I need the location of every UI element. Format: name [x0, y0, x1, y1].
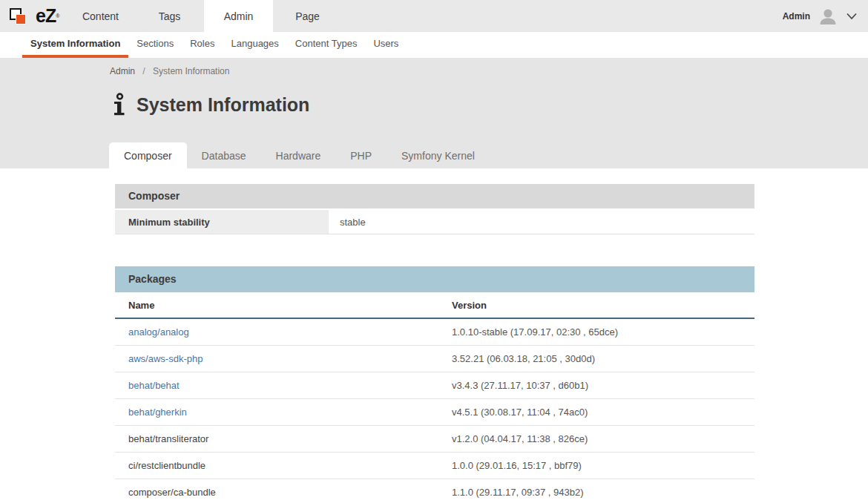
package-name-link[interactable]: analog/analog	[115, 326, 452, 338]
subnav-item-roles[interactable]: Roles	[182, 32, 223, 58]
tab-symfony-kernel[interactable]: Symfony Kernel	[387, 142, 490, 168]
subnav-item-system-information[interactable]: System Information	[22, 32, 128, 58]
main-tab-content[interactable]: Content	[66, 0, 135, 32]
package-name-link[interactable]: behat/behat	[115, 380, 452, 391]
column-header-name: Name	[115, 300, 452, 311]
registered-mark: ®	[56, 13, 59, 19]
minimum-stability-value: stable	[329, 210, 754, 234]
top-navigation-bar: eZ® Content Tags Admin Page Admin	[0, 0, 868, 32]
package-name-link[interactable]: behat/gherkin	[115, 407, 452, 418]
user-avatar-icon[interactable]	[817, 5, 839, 27]
tab-database[interactable]: Database	[187, 142, 261, 168]
main-menu: Content Tags Admin Page	[66, 0, 342, 32]
package-name: behat/transliterator	[115, 433, 452, 444]
system-information-icon	[111, 93, 127, 117]
package-version: v1.2.0 (04.04.17, 11:38 , 826ce)	[452, 433, 754, 444]
tab-hardware[interactable]: Hardware	[261, 142, 336, 168]
package-name: ci/restclientbundle	[115, 460, 452, 471]
table-row: Minimum stability stable	[115, 210, 754, 234]
ez-logo-icon	[10, 4, 32, 28]
main-tab-admin[interactable]: Admin	[204, 0, 273, 32]
table-row: behat/behat v3.4.3 (27.11.17, 10:37 , d6…	[115, 372, 754, 399]
breadcrumb-admin[interactable]: Admin	[110, 66, 135, 76]
subnav-item-content-types[interactable]: Content Types	[287, 32, 366, 58]
packages-table-header: Name Version	[115, 292, 754, 319]
table-row: ci/restclientbundle 1.0.0 (29.01.16, 15:…	[115, 453, 754, 479]
package-version: 3.52.21 (06.03.18, 21:05 , 30d0d)	[452, 353, 754, 364]
table-row: aws/aws-sdk-php 3.52.21 (06.03.18, 21:05…	[115, 346, 754, 372]
breadcrumb-separator: /	[142, 66, 145, 76]
minimum-stability-label: Minimum stability	[115, 210, 329, 234]
composer-section-header: Composer	[115, 184, 754, 208]
subnav-item-languages[interactable]: Languages	[223, 32, 286, 58]
table-row: behat/transliterator v1.2.0 (04.04.17, 1…	[115, 426, 754, 453]
packages-section-header: Packages	[115, 266, 754, 292]
user-name-label[interactable]: Admin	[783, 11, 810, 22]
tab-composer[interactable]: Composer	[109, 142, 187, 168]
package-name: composer/ca-bundle	[115, 487, 452, 498]
breadcrumb-current: System Information	[153, 66, 229, 76]
system-info-tabs: Composer Database Hardware PHP Symfony K…	[109, 142, 490, 168]
breadcrumb: Admin / System Information	[110, 66, 229, 76]
main-tab-page[interactable]: Page	[273, 0, 342, 32]
tab-php[interactable]: PHP	[335, 142, 387, 168]
column-header-version: Version	[452, 300, 754, 311]
table-row: analog/analog 1.0.10-stable (17.09.17, 0…	[115, 319, 754, 346]
admin-secondary-nav: System Information Sections Roles Langua…	[0, 32, 868, 58]
page-title: System Information	[137, 94, 309, 116]
user-menu[interactable]: Admin	[783, 0, 868, 32]
main-tab-tags[interactable]: Tags	[135, 0, 204, 32]
package-version: 1.0.0 (29.01.16, 15:17 , bbf79)	[452, 460, 754, 471]
package-version: v3.4.3 (27.11.17, 10:37 , d60b1)	[452, 380, 754, 391]
table-row: behat/gherkin v4.5.1 (30.08.17, 11:04 , …	[115, 399, 754, 426]
package-version: 1.0.10-stable (17.09.17, 02:30 , 65dce)	[452, 326, 754, 338]
chevron-down-icon[interactable]	[846, 12, 858, 21]
package-version: 1.1.0 (29.11.17, 09:37 , 943b2)	[452, 487, 754, 498]
ez-logo[interactable]: eZ®	[0, 0, 66, 32]
package-version: v4.5.1 (30.08.17, 11:04 , 74ac0)	[452, 407, 754, 418]
table-row: composer/ca-bundle 1.1.0 (29.11.17, 09:3…	[115, 479, 754, 503]
subnav-item-users[interactable]: Users	[365, 32, 407, 58]
package-name-link[interactable]: aws/aws-sdk-php	[115, 353, 452, 364]
subnav-item-sections[interactable]: Sections	[128, 32, 182, 58]
ez-logo-text: eZ	[36, 5, 56, 27]
page-header-area: Admin / System Information System Inform…	[0, 58, 868, 168]
composer-tab-panel: Composer Minimum stability stable Packag…	[115, 184, 754, 503]
